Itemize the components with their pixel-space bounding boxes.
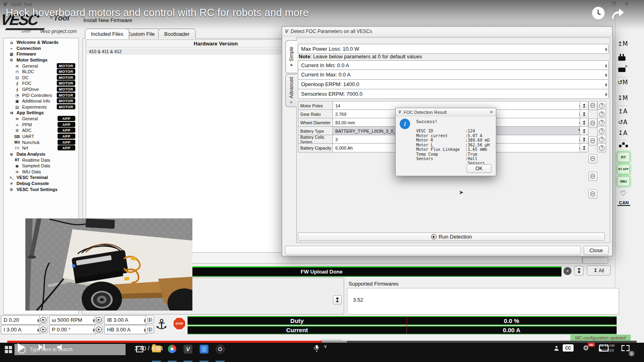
sidebar-item-vesc-tool-settings[interactable]: ⚙VESC Tool Settings [8,187,75,192]
stop-button[interactable]: STOP [173,317,186,330]
tab-simple[interactable]: Simple A [285,40,297,73]
max-power-loss-field[interactable]: Max Power Loss: 10.0 W [298,44,609,54]
coil-icon-button[interactable]: (‖) [145,325,154,333]
firmware-version-item[interactable]: 3.52 [353,297,363,303]
run-current-button[interactable] [39,325,47,333]
refresh-app-config-button[interactable]: ↺A [617,119,629,126]
brake-current-spinner[interactable]: IB 3.00 A [104,315,147,325]
config-store-button[interactable] [588,101,597,110]
imu-data-toggle[interactable]: IMU [617,176,630,186]
sidebar-item-nunchuk[interactable]: WiiNunchukAPP [14,140,75,145]
sidebar-item-nrf[interactable]: (•)NrfAPP [14,145,75,151]
write-param-button[interactable] [580,126,588,136]
mic-icon[interactable] [316,345,318,349]
spinner-arrows[interactable] [605,70,607,79]
write-param-button[interactable] [580,135,588,144]
sidebar-item-foc[interactable]: ∮FOCMOTOR [14,80,75,86]
sidebar-item-debug-console[interactable]: ✳Debug Console [8,181,75,186]
sidebar-item-imu-data[interactable]: ≋IMU Data [14,169,75,175]
cast-icon[interactable] [599,345,609,352]
seek-bar[interactable] [7,341,637,343]
config-store-button[interactable] [588,154,597,163]
sidebar-item-adc[interactable]: ⊛ADCAPP [14,128,75,133]
start-button[interactable] [5,346,12,353]
upload-app-config-button[interactable]: ↥A [617,108,629,115]
tab-included-files[interactable]: Included Files [85,29,129,39]
spinner-arrows[interactable] [605,89,607,99]
sidebar-item-welcome-wizards[interactable]: ⌂Welcome & Wizards [8,39,75,45]
position-setpoint-spinner[interactable]: P 0.00 ° [49,325,96,334]
hidden-button[interactable] [582,257,608,264]
captions-button[interactable]: CC [563,344,574,352]
run-detection-button[interactable]: ▶ Run Detection [298,232,605,241]
realtime-app-toggle[interactable]: RT APP [617,164,630,174]
handbrake-current-spinner[interactable]: HB 3.00 A [104,325,147,334]
sidebar-item-gpdrive[interactable]: ∮GPDriveMOTOR [14,86,75,92]
connect-icon[interactable] [618,56,625,61]
help-button[interactable] [597,126,606,136]
sidebar-item-ppm[interactable]: ∞PPMAPP [14,122,75,128]
can-forward-toggle[interactable]: CAN [617,200,630,206]
coil-icon-button[interactable]: (‖) [145,315,154,324]
current-in-min-field[interactable]: Current In Min: 0.0 A [298,60,609,70]
sidebar-item-experiments[interactable]: ▤ExperimentsMOTOR [14,104,75,110]
help-button[interactable] [597,109,606,119]
sidebar-item-app-general[interactable]: ≡GeneralAPP [14,116,75,121]
tab-advanced[interactable]: Advanced ≡ [285,74,297,107]
sidebar-item-sampled-data[interactable]: ◉Sampled Data [14,163,75,169]
download-firmware-button[interactable]: ↧ [574,266,584,276]
autoplay-user-icon[interactable] [554,346,559,351]
current-setpoint-spinner[interactable]: I 3.00 A [1,325,41,334]
upload-firmware-button[interactable]: ↥ [333,295,342,304]
sidebar-item-bldc[interactable]: ⊓BLDCMOTOR [14,69,75,74]
taskbar-search-box[interactable]: Type here to search [14,344,126,355]
can-scan-icon[interactable] [619,142,628,149]
minimize-button[interactable]: – [599,1,606,6]
fullscreen-icon[interactable] [621,345,630,351]
refresh-motor-config-button[interactable]: ↺M [617,79,629,86]
sidebar-item-dc[interactable]: ⊟DCMOTOR [14,75,75,80]
share-icon[interactable] [610,7,625,19]
sidebar-item-additional-info[interactable]: ▣Additional InfoMOTOR [14,98,75,104]
help-button[interactable] [597,143,606,152]
config-store-button[interactable] [588,119,597,128]
upload-motor-config-button[interactable]: ↥M [617,40,629,47]
close-dialog-button[interactable]: Close [584,246,609,255]
blue-app-icon[interactable] [200,345,208,354]
sidebar-item-data-analysis[interactable]: ≋Data Analysis [8,151,75,157]
chrome-icon[interactable] [168,345,176,353]
download-motor-config-button[interactable]: ↧M [617,95,629,102]
config-store-button[interactable] [588,136,597,146]
help-button[interactable] [597,101,606,110]
config-store-button[interactable] [588,172,597,181]
duty-setpoint-spinner[interactable]: D 0.20 [1,315,41,325]
vesc-tool-taskbar-icon[interactable]: V [184,345,192,354]
write-param-button[interactable] [580,101,588,110]
current-in-max-field[interactable]: Current In Max: 0.0 A [298,70,609,80]
close-popup-icon[interactable]: ✕ [490,110,493,114]
cancel-upload-icon[interactable]: ✕ [564,267,572,275]
sidebar-item-realtime-data[interactable]: RTRealtime Data [14,157,75,163]
close-window-button[interactable]: ✕ [623,1,630,6]
play-button[interactable] [18,343,25,352]
watch-later-icon[interactable] [592,7,605,19]
obs-icon[interactable] [216,345,225,354]
write-param-button[interactable] [580,109,588,119]
realtime-data-toggle[interactable]: RT [617,152,630,162]
sidebar-item-motor-general[interactable]: ≡GeneralMOTOR [14,63,75,69]
sidebar-item-vesc-terminal[interactable]: >_VESC Terminal [8,175,75,180]
sidebar-item-app-settings[interactable]: ⇉App Settings [8,110,75,115]
spinner-arrows[interactable] [605,80,607,89]
openloop-erpm-field[interactable]: Openloop ERPM: 1400.0 [298,79,609,89]
help-button[interactable] [597,118,606,127]
ok-button[interactable]: OK [466,164,491,173]
spinner-arrows[interactable] [605,44,607,53]
sidebar-item-motor-settings[interactable]: ⚙Motor Settings [8,57,75,63]
heart-icon[interactable]: ♡ [620,189,626,197]
sidebar-item-uart[interactable]: ⌨UARTAPP [14,134,75,139]
popup-titlebar[interactable]: V FOC Detection Result [396,108,496,116]
anchor-icon[interactable]: ⚓ [155,316,167,332]
tab-bootloader[interactable]: Bootloader [158,29,196,39]
dialog-titlebar[interactable]: V Detect FOC Parameters on all VESCs [282,27,612,37]
help-button[interactable] [597,135,606,144]
